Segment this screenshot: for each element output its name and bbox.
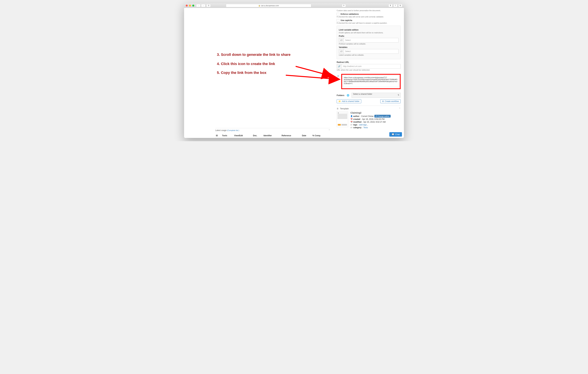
folders-label: Folders [337, 94, 344, 96]
lock-icon: 🔒 [258, 5, 260, 6]
back-button[interactable]: ‹ [196, 4, 200, 7]
globe-icon: 🌐 [346, 94, 350, 96]
close-window-button[interactable] [186, 5, 188, 7]
nav-buttons: ‹ › [196, 4, 205, 7]
variables-help: Listed variables will be editable. [339, 54, 399, 56]
redirect-input-group: 🔗 [337, 64, 401, 69]
calendar-icon: 📅 [350, 118, 353, 120]
modified-value: Apr 20, 2019, 9:02:27 AM [363, 121, 386, 123]
latest-usage-panel: Latest usage (Complete list ) ⌃ ID Tools… [215, 128, 330, 138]
limit-variable-panel: Limit variable edition If both options a… [337, 26, 401, 59]
category-value[interactable]: Tests [363, 127, 368, 129]
complete-list-link[interactable]: (Complete list ) [227, 129, 239, 131]
toolbar-right: ⟳ [342, 4, 346, 7]
user-icon: 👤 [350, 115, 353, 117]
collapse-latest-icon[interactable]: ⌃ [328, 129, 330, 131]
col-comp: % Comp. [312, 133, 330, 138]
document-icon: 🗎 [337, 107, 339, 110]
template-section-title: Template [340, 107, 349, 110]
page-content: 3. Scroll down to generate the link to s… [184, 8, 404, 138]
change-author-button[interactable]: ⇄ Change author [374, 115, 391, 118]
tags-value[interactable]: add-tags [359, 124, 367, 126]
redirect-input[interactable] [342, 64, 401, 69]
generated-link-row: ⟳ [337, 74, 401, 89]
enforce-help: If checked the data will not be sent unt… [337, 16, 401, 18]
folders-row: Folders 🌐 Select a shared folder [337, 93, 401, 98]
forward-button[interactable]: › [201, 4, 205, 7]
variables-input-group: 🏷 [339, 49, 399, 54]
prefix-input[interactable] [344, 38, 399, 43]
captcha-checkbox[interactable] [337, 19, 339, 22]
generated-link-highlight [341, 74, 401, 89]
annotation-step5: 5. Copy the link from the box [217, 71, 266, 75]
tags-icon: 🏷 [350, 124, 353, 126]
chat-label: Chat [395, 133, 400, 136]
captcha-label: Use captcha [341, 19, 352, 21]
col-id: ID [215, 133, 221, 138]
author-value: Cornel Chiriac [361, 115, 374, 118]
minimize-window-button[interactable] [189, 5, 191, 7]
workflow-icon: ⚙ [382, 100, 384, 102]
create-workflow-label: Create workflow [385, 100, 399, 102]
sidebar-toggle-button[interactable]: ☰ [206, 4, 211, 7]
enforce-checkbox[interactable] [337, 13, 339, 15]
create-workflow-button[interactable]: ⚙ Create workflow [380, 99, 401, 103]
add-to-folder-button[interactable]: 📁 Add to shared folder [337, 99, 361, 103]
col-tools: Tools [221, 133, 234, 138]
author-label: author [353, 115, 359, 118]
variables-input[interactable] [344, 49, 399, 54]
col-reference: Reference [281, 133, 301, 138]
redirect-group: Redirect URL 🔗 URL where the user should… [337, 61, 401, 71]
traffic-lights [186, 5, 194, 7]
captcha-help: If checked the end user will have to ans… [337, 22, 401, 24]
address-bar[interactable]: 🔒 can.a.docxpresso.com [226, 4, 311, 7]
left-column: 3. Scroll down to generate the link to s… [184, 8, 335, 138]
url-text: can.a.docxpresso.com [261, 5, 279, 7]
folders-select[interactable]: Select a shared folder [352, 93, 401, 98]
col-doc: Doc. [252, 133, 263, 138]
link-icon: 🔗 [337, 64, 342, 69]
custom-data-help: Custom data used to further personalize … [337, 10, 401, 11]
template-section-header: 🗎 Template ⌃ [337, 106, 401, 110]
download-button[interactable]: ⬇ [388, 4, 392, 7]
folder-plus-icon: 📁 [338, 100, 341, 102]
template-thumbnail[interactable] [337, 111, 348, 127]
latest-usage-header: Latest usage (Complete list ) ⌃ [215, 128, 330, 132]
col-identifier: Identifier [263, 133, 281, 138]
col-date: Date [301, 133, 312, 138]
modified-label: modified [353, 121, 361, 123]
chat-icon: 💬 [392, 133, 394, 136]
latest-usage-title: Latest usage [215, 129, 227, 131]
change-author-label: Change author [378, 115, 389, 117]
refresh-button[interactable]: ⟳ [342, 4, 346, 7]
category-label: category [353, 127, 361, 129]
redirect-label: Redirect URL [337, 61, 401, 63]
add-to-folder-label: Add to shared folder [342, 100, 359, 102]
share-button[interactable]: ⇪ [393, 4, 397, 7]
prefix-label: Prefix [339, 35, 399, 37]
col-viewedit: View/Edit [233, 133, 252, 138]
calendar-icon-2: 📅 [350, 121, 353, 123]
generated-link-box[interactable] [343, 75, 399, 87]
tag-icon-2: 🏷 [339, 49, 344, 54]
tabs-button[interactable]: ⧉ [398, 4, 402, 7]
template-title: Claiming2 [350, 111, 401, 114]
right-column: Custom data used to further personalize … [335, 8, 404, 138]
prefix-help: Prefixed variables will be editable. [339, 43, 399, 45]
template-meta: Claiming2 👤 author: Cornel Chiriac ⇄ Cha… [350, 111, 401, 129]
annotation-step3: 3. Scroll down to generate the link to s… [217, 53, 291, 57]
tag-icon: 🏷 [339, 38, 344, 43]
collapse-template-icon[interactable]: ⌃ [399, 107, 401, 110]
redirect-help: URL where the user should be redirected. [337, 69, 401, 71]
captcha-row: Use captcha [337, 19, 401, 22]
maximize-window-button[interactable] [192, 5, 194, 7]
latest-usage-table: ID Tools View/Edit Doc. Identifier Refer… [215, 133, 330, 138]
annotation-step4: 4. Click this icon to create the link [217, 62, 275, 66]
folders-placeholder: Select a shared folder [353, 93, 372, 95]
chat-widget[interactable]: 💬 Chat [389, 132, 402, 137]
browser-titlebar: ‹ › ☰ 🔒 can.a.docxpresso.com ⟳ ⬇ ⇪ ⧉ [184, 3, 404, 8]
limit-help: If both options are left blank there wil… [339, 32, 399, 34]
enforce-validations-row: Enforce validations [337, 13, 401, 15]
prefix-input-group: 🏷 [339, 38, 399, 43]
generate-link-icon[interactable]: ⟳ [337, 75, 340, 77]
